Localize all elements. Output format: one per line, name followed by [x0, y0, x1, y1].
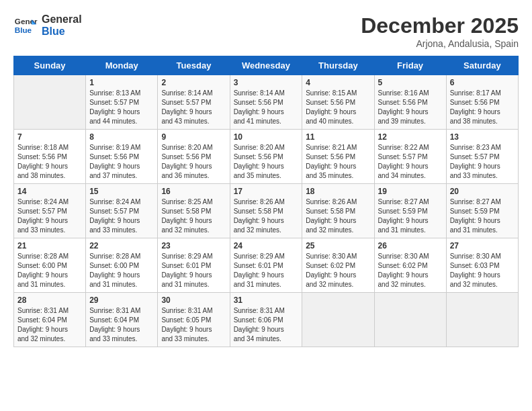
day-of-week-header: Friday [374, 56, 446, 75]
day-number: 13 [450, 132, 515, 142]
calendar-cell: 16Sunrise: 8:25 AM Sunset: 5:58 PM Dayli… [158, 184, 230, 238]
day-number: 21 [17, 241, 82, 250]
day-number: 5 [378, 78, 443, 87]
calendar-cell: 6Sunrise: 8:17 AM Sunset: 5:56 PM Daylig… [446, 75, 518, 130]
day-number: 30 [161, 295, 226, 305]
calendar-cell: 1Sunrise: 8:13 AM Sunset: 5:57 PM Daylig… [86, 75, 158, 130]
page-header: General Blue General Blue December 2025 … [13, 13, 519, 49]
day-info: Sunrise: 8:30 AM Sunset: 6:02 PM Dayligh… [378, 252, 443, 289]
day-number: 4 [306, 78, 370, 87]
day-info: Sunrise: 8:31 AM Sunset: 6:06 PM Dayligh… [234, 306, 299, 344]
calendar-cell: 23Sunrise: 8:29 AM Sunset: 6:01 PM Dayli… [158, 238, 230, 293]
day-number: 20 [450, 187, 515, 196]
day-info: Sunrise: 8:31 AM Sunset: 6:04 PM Dayligh… [17, 306, 82, 344]
day-info: Sunrise: 8:31 AM Sunset: 6:04 PM Dayligh… [89, 306, 154, 344]
day-info: Sunrise: 8:23 AM Sunset: 5:57 PM Dayligh… [450, 143, 515, 181]
calendar-cell: 28Sunrise: 8:31 AM Sunset: 6:04 PM Dayli… [14, 293, 86, 347]
day-info: Sunrise: 8:30 AM Sunset: 6:02 PM Dayligh… [306, 252, 370, 289]
day-info: Sunrise: 8:24 AM Sunset: 5:57 PM Dayligh… [17, 197, 82, 235]
logo-icon: General Blue [13, 13, 38, 38]
calendar-cell: 2Sunrise: 8:14 AM Sunset: 5:57 PM Daylig… [158, 75, 230, 130]
calendar-week-row: 14Sunrise: 8:24 AM Sunset: 5:57 PM Dayli… [14, 184, 519, 238]
day-number: 24 [234, 241, 299, 250]
calendar-cell: 21Sunrise: 8:28 AM Sunset: 6:00 PM Dayli… [14, 238, 86, 293]
calendar-cell [446, 293, 518, 347]
calendar-cell: 19Sunrise: 8:27 AM Sunset: 5:59 PM Dayli… [374, 184, 446, 238]
location-subtitle: Arjona, Andalusia, Spain [361, 38, 519, 49]
calendar-cell: 13Sunrise: 8:23 AM Sunset: 5:57 PM Dayli… [446, 130, 518, 184]
day-number: 19 [378, 187, 443, 196]
day-number: 28 [17, 295, 82, 305]
day-info: Sunrise: 8:15 AM Sunset: 5:56 PM Dayligh… [306, 89, 370, 126]
calendar-cell: 8Sunrise: 8:19 AM Sunset: 5:56 PM Daylig… [86, 130, 158, 184]
day-number: 26 [378, 241, 443, 250]
calendar-cell: 10Sunrise: 8:20 AM Sunset: 5:56 PM Dayli… [230, 130, 302, 184]
day-of-week-header: Saturday [446, 56, 518, 75]
day-number: 29 [89, 295, 154, 305]
day-info: Sunrise: 8:14 AM Sunset: 5:57 PM Dayligh… [161, 89, 226, 126]
day-number: 14 [17, 187, 82, 196]
day-of-week-header: Tuesday [158, 56, 230, 75]
day-number: 18 [306, 187, 370, 196]
day-number: 11 [306, 132, 370, 142]
day-number: 31 [234, 295, 299, 305]
day-number: 9 [161, 132, 226, 142]
calendar-cell: 11Sunrise: 8:21 AM Sunset: 5:56 PM Dayli… [302, 130, 374, 184]
day-number: 8 [89, 132, 154, 142]
day-number: 23 [161, 241, 226, 250]
calendar-cell: 3Sunrise: 8:14 AM Sunset: 5:56 PM Daylig… [230, 75, 302, 130]
calendar-week-row: 7Sunrise: 8:18 AM Sunset: 5:56 PM Daylig… [14, 130, 519, 184]
day-info: Sunrise: 8:21 AM Sunset: 5:56 PM Dayligh… [306, 143, 370, 181]
day-info: Sunrise: 8:17 AM Sunset: 5:56 PM Dayligh… [450, 89, 515, 126]
day-number: 2 [161, 78, 226, 87]
day-of-week-header: Sunday [14, 56, 86, 75]
logo-line2: Blue [42, 26, 82, 38]
day-info: Sunrise: 8:19 AM Sunset: 5:56 PM Dayligh… [89, 143, 154, 181]
title-block: December 2025 Arjona, Andalusia, Spain [361, 13, 519, 49]
day-info: Sunrise: 8:16 AM Sunset: 5:56 PM Dayligh… [378, 89, 443, 126]
day-number: 12 [378, 132, 443, 142]
calendar-cell: 26Sunrise: 8:30 AM Sunset: 6:02 PM Dayli… [374, 238, 446, 293]
day-number: 25 [306, 241, 370, 250]
calendar-table: SundayMondayTuesdayWednesdayThursdayFrid… [13, 56, 519, 347]
calendar-cell: 18Sunrise: 8:26 AM Sunset: 5:58 PM Dayli… [302, 184, 374, 238]
day-number: 17 [234, 187, 299, 196]
calendar-cell [302, 293, 374, 347]
day-number: 22 [89, 241, 154, 250]
day-of-week-header: Wednesday [230, 56, 302, 75]
day-info: Sunrise: 8:26 AM Sunset: 5:58 PM Dayligh… [306, 197, 370, 235]
day-info: Sunrise: 8:29 AM Sunset: 6:01 PM Dayligh… [234, 252, 299, 289]
calendar-cell: 22Sunrise: 8:28 AM Sunset: 6:00 PM Dayli… [86, 238, 158, 293]
day-info: Sunrise: 8:28 AM Sunset: 6:00 PM Dayligh… [89, 252, 154, 289]
day-info: Sunrise: 8:20 AM Sunset: 5:56 PM Dayligh… [161, 143, 226, 181]
day-info: Sunrise: 8:29 AM Sunset: 6:01 PM Dayligh… [161, 252, 226, 289]
day-info: Sunrise: 8:22 AM Sunset: 5:57 PM Dayligh… [378, 143, 443, 181]
day-info: Sunrise: 8:27 AM Sunset: 5:59 PM Dayligh… [378, 197, 443, 235]
logo-line1: General [42, 13, 82, 26]
day-info: Sunrise: 8:24 AM Sunset: 5:57 PM Dayligh… [89, 197, 154, 235]
calendar-cell: 31Sunrise: 8:31 AM Sunset: 6:06 PM Dayli… [230, 293, 302, 347]
calendar-cell: 5Sunrise: 8:16 AM Sunset: 5:56 PM Daylig… [374, 75, 446, 130]
calendar-cell: 4Sunrise: 8:15 AM Sunset: 5:56 PM Daylig… [302, 75, 374, 130]
calendar-cell: 14Sunrise: 8:24 AM Sunset: 5:57 PM Dayli… [14, 184, 86, 238]
day-info: Sunrise: 8:18 AM Sunset: 5:56 PM Dayligh… [17, 143, 82, 181]
day-of-week-header: Monday [86, 56, 158, 75]
day-info: Sunrise: 8:27 AM Sunset: 5:59 PM Dayligh… [450, 197, 515, 235]
logo: General Blue General Blue [13, 13, 82, 38]
calendar-cell: 15Sunrise: 8:24 AM Sunset: 5:57 PM Dayli… [86, 184, 158, 238]
day-info: Sunrise: 8:25 AM Sunset: 5:58 PM Dayligh… [161, 197, 226, 235]
svg-text:General: General [15, 17, 38, 26]
calendar-cell: 27Sunrise: 8:30 AM Sunset: 6:03 PM Dayli… [446, 238, 518, 293]
calendar-cell: 17Sunrise: 8:26 AM Sunset: 5:58 PM Dayli… [230, 184, 302, 238]
day-number: 16 [161, 187, 226, 196]
day-info: Sunrise: 8:14 AM Sunset: 5:56 PM Dayligh… [234, 89, 299, 126]
day-number: 1 [89, 78, 154, 87]
calendar-cell: 30Sunrise: 8:31 AM Sunset: 6:05 PM Dayli… [158, 293, 230, 347]
calendar-cell [14, 75, 86, 130]
day-info: Sunrise: 8:26 AM Sunset: 5:58 PM Dayligh… [234, 197, 299, 235]
day-number: 27 [450, 241, 515, 250]
day-number: 15 [89, 187, 154, 196]
day-info: Sunrise: 8:20 AM Sunset: 5:56 PM Dayligh… [234, 143, 299, 181]
day-number: 7 [17, 132, 82, 142]
day-of-week-header: Thursday [302, 56, 374, 75]
